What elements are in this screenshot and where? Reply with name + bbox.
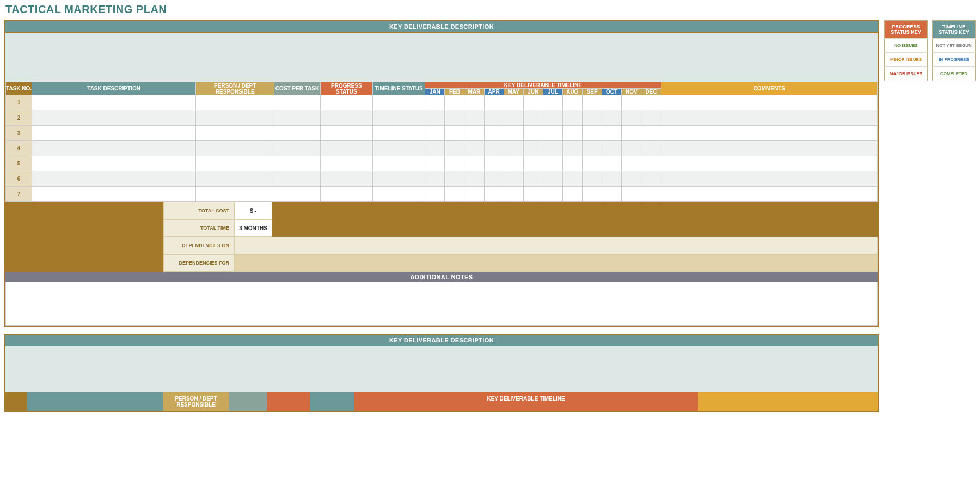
cell[interactable] [274,171,320,187]
cell[interactable] [196,126,274,141]
cell[interactable] [583,141,602,156]
cell[interactable] [372,126,425,141]
cell[interactable] [464,110,484,126]
cell[interactable] [445,141,464,156]
cell[interactable] [602,171,622,187]
dep-on-value[interactable] [234,237,878,254]
cell[interactable] [641,187,661,202]
cell[interactable] [32,95,196,110]
cell[interactable] [622,110,641,126]
cell[interactable] [622,95,641,110]
cell[interactable] [274,187,320,202]
cell[interactable] [622,141,641,156]
cell[interactable] [196,141,274,156]
cell[interactable] [445,171,464,187]
cell[interactable] [523,95,543,110]
cell[interactable] [562,126,582,141]
notes-body[interactable] [5,282,878,326]
cell[interactable] [484,126,504,141]
cell[interactable] [622,171,641,187]
cell[interactable] [484,110,504,126]
cell[interactable] [484,156,504,171]
cell[interactable] [320,156,372,171]
cell[interactable] [641,156,661,171]
cell[interactable] [464,95,484,110]
cell[interactable] [641,126,661,141]
cell[interactable] [523,171,543,187]
cell[interactable] [583,156,602,171]
cell[interactable] [372,110,425,126]
cell[interactable] [583,126,602,141]
cell[interactable] [622,126,641,141]
cell[interactable] [372,171,425,187]
cell[interactable] [445,187,464,202]
cell[interactable] [543,156,562,171]
cell[interactable] [425,156,445,171]
cell[interactable] [523,110,543,126]
cell[interactable] [504,187,523,202]
cell[interactable] [445,156,464,171]
cell[interactable] [602,156,622,171]
cell[interactable] [320,187,372,202]
cell[interactable] [320,171,372,187]
cell[interactable] [602,187,622,202]
cell[interactable] [274,95,320,110]
cell[interactable] [583,95,602,110]
cell[interactable] [464,126,484,141]
cell[interactable] [543,171,562,187]
cell[interactable] [562,156,582,171]
kdd-body-2[interactable] [5,346,878,392]
cell[interactable] [320,110,372,126]
cell[interactable] [661,156,877,171]
cell[interactable] [425,126,445,141]
cell[interactable] [641,141,661,156]
cell[interactable] [464,141,484,156]
cell[interactable] [320,126,372,141]
cell[interactable] [562,171,582,187]
cell[interactable] [622,187,641,202]
cell[interactable] [562,141,582,156]
cell[interactable] [543,110,562,126]
cell[interactable] [32,187,196,202]
cell[interactable] [484,95,504,110]
cell[interactable] [602,141,622,156]
cell[interactable] [196,187,274,202]
cell[interactable] [484,141,504,156]
cell[interactable] [641,110,661,126]
cell[interactable] [602,110,622,126]
cell[interactable] [425,171,445,187]
cell[interactable] [32,126,196,141]
cell[interactable] [543,126,562,141]
dep-for-value[interactable] [234,254,878,272]
cell[interactable] [641,171,661,187]
cell[interactable] [425,187,445,202]
cell[interactable] [602,126,622,141]
cell[interactable] [504,110,523,126]
cell[interactable] [464,171,484,187]
cell[interactable] [661,95,877,110]
cell[interactable] [196,171,274,187]
cell[interactable] [661,187,877,202]
cell[interactable] [464,156,484,171]
cell[interactable] [320,141,372,156]
cell[interactable] [583,187,602,202]
cell[interactable] [445,95,464,110]
cell[interactable] [641,95,661,110]
cell[interactable] [543,141,562,156]
cell[interactable] [32,141,196,156]
cell[interactable] [274,126,320,141]
cell[interactable] [504,171,523,187]
cell[interactable] [504,156,523,171]
cell[interactable] [372,187,425,202]
cell[interactable] [504,141,523,156]
cell[interactable] [320,95,372,110]
cell[interactable] [274,110,320,126]
cell[interactable] [445,126,464,141]
kdd-body[interactable] [5,33,878,82]
cell[interactable] [523,156,543,171]
cell[interactable] [372,141,425,156]
cell[interactable] [445,110,464,126]
cell[interactable] [661,126,877,141]
cell[interactable] [562,95,582,110]
cell[interactable] [196,156,274,171]
